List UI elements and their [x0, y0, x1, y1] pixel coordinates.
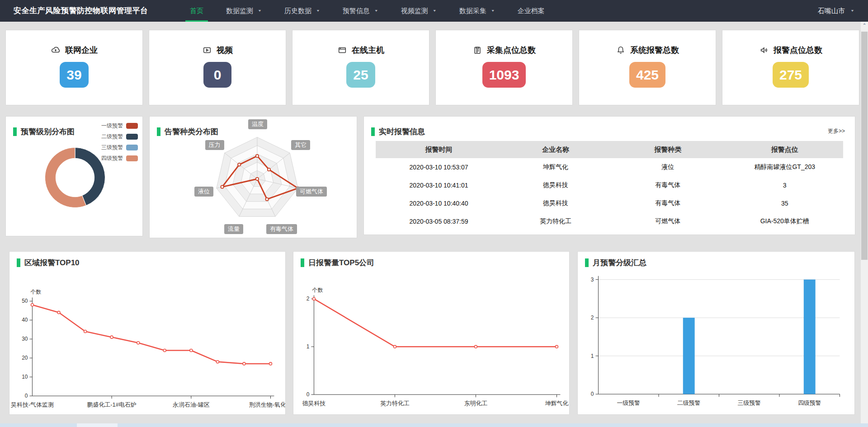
stat-card-alarm-points: 报警点位总数 275 [722, 30, 859, 105]
svg-text:三级预警: 三级预警 [737, 399, 761, 406]
cloud-upload-icon [51, 45, 61, 55]
svg-text:个数: 个数 [30, 289, 41, 295]
more-link[interactable]: 更多>> [828, 127, 845, 135]
alarm-table: 报警时间 企业名称 报警种类 报警点位 2020-03-10 10:53:07坤… [376, 141, 843, 230]
svg-text:1: 1 [307, 343, 310, 350]
svg-text:荆洪生物-氧化反: 荆洪生物-氧化反 [249, 401, 285, 408]
stat-card-connected-enterprises: 联网企业 39 [5, 30, 143, 105]
nav-item-home[interactable]: 首页 [190, 0, 203, 22]
stat-card-collect-points: 采集点位总数 1093 [435, 30, 573, 105]
nav-item-data-collect[interactable]: 数据采集▼ [459, 0, 495, 22]
svg-text:50: 50 [22, 298, 28, 304]
scroll-up-icon[interactable]: ⌃ [861, 23, 868, 28]
chevron-down-icon: ▼ [258, 9, 262, 13]
nav-item-data-monitor[interactable]: 数据监测▼ [226, 0, 262, 22]
nav-item-history-data[interactable]: 历史数据▼ [284, 0, 320, 22]
svg-text:东明化工: 东明化工 [464, 400, 488, 407]
bell-icon [616, 45, 626, 55]
svg-text:二级预警: 二级预警 [677, 399, 701, 406]
radar-axis-label: 液位 [194, 187, 213, 197]
daily-alarm-top5-chart: 012个数德昊科技英力特化工东明化工坤辉气化 [293, 252, 569, 414]
svg-text:一级预警: 一级预警 [617, 399, 640, 406]
svg-text:德昊科技: 德昊科技 [302, 400, 326, 407]
chevron-down-icon: ▼ [316, 9, 320, 13]
table-header-row: 报警时间 企业名称 报警种类 报警点位 [376, 141, 843, 158]
svg-text:3: 3 [591, 277, 594, 283]
stat-card-video: 视频 0 [149, 30, 286, 105]
stat-value-badge: 25 [346, 62, 375, 88]
table-row: 2020-03-10 10:40:40德昊科技有毒气体35 [376, 194, 843, 212]
clipboard-icon [472, 45, 482, 55]
svg-text:2: 2 [591, 314, 594, 321]
table-row: 2020-03-05 08:37:59英力特化工可燃气体GIA-520单体贮槽 [376, 212, 843, 230]
region-selector[interactable]: 石嘴山市 ▼ [818, 0, 854, 22]
table-row: 2020-03-10 10:53:07坤辉气化液位精醇南罐液位GT_203 [376, 158, 843, 176]
stat-label: 视频 [217, 45, 233, 56]
nav-item-enterprise-archive[interactable]: 企业档案 [518, 0, 545, 22]
radar-axis-label: 流量 [224, 224, 243, 234]
radar-axis-label: 可燃气体 [296, 187, 327, 197]
svg-text:0: 0 [307, 391, 310, 398]
svg-text:10: 10 [22, 374, 28, 380]
nav-menu: 首页 数据监测▼ 历史数据▼ 预警信息▼ 视频监测▼ 数据采集▼ 企业档案 [190, 0, 545, 22]
stat-value-badge: 1093 [482, 62, 526, 88]
radar-axis-label: 压力 [205, 140, 224, 150]
svg-text:永润石油-罐区: 永润石油-罐区 [173, 401, 210, 408]
daily-alarm-top5-panel: 日报警量TOP5公司 012个数德昊科技英力特化工东明化工坤辉气化 [293, 251, 570, 415]
stat-value-badge: 425 [629, 62, 665, 88]
svg-text:0: 0 [591, 391, 594, 397]
dashboard-root: 安全生产风险预警防控物联网管理平台 首页 数据监测▼ 历史数据▼ 预警信息▼ 视… [0, 0, 868, 427]
app-title: 安全生产风险预警防控物联网管理平台 [14, 0, 148, 22]
alarm-type-radar-chart [150, 117, 357, 238]
svg-text:个数: 个数 [311, 287, 323, 293]
stat-label: 在线主机 [352, 45, 384, 56]
stat-value-badge: 275 [773, 62, 809, 88]
chevron-down-icon: ▼ [374, 9, 378, 13]
taskbar-edge [0, 423, 868, 427]
svg-text:四级预警: 四级预警 [798, 399, 821, 406]
taskbar-segment [77, 423, 118, 427]
radar-axis-label: 其它 [291, 140, 310, 150]
nav-item-warning-info[interactable]: 预警信息▼ [343, 0, 378, 22]
svg-text:1: 1 [591, 353, 594, 359]
region-alarm-top10-chart: 01020304050个数昊科技-气体监测鹏盛化工-1#电石炉永润石油-罐区荆洪… [9, 252, 285, 414]
stat-label: 采集点位总数 [487, 45, 536, 56]
scrollbar-thumb[interactable] [861, 32, 868, 260]
speaker-icon [759, 45, 769, 55]
video-icon [202, 45, 212, 55]
realtime-alarm-panel: 实时报警信息 更多>> 报警时间 企业名称 报警种类 报警点位 2020-03-… [363, 116, 855, 235]
monthly-warning-bar-chart: 0123一级预警二级预警三级预警四级预警 [578, 252, 854, 414]
alarm-type-panel: 告警种类分布图 温度其它可燃气体有毒气体流量液位压力 [149, 116, 357, 238]
warning-level-donut-chart [6, 117, 142, 236]
stat-value-badge: 39 [60, 62, 88, 88]
stat-label: 报警点位总数 [774, 45, 822, 56]
svg-text:40: 40 [22, 317, 28, 323]
top-nav: 安全生产风险预警防控物联网管理平台 首页 数据监测▼ 历史数据▼ 预警信息▼ 视… [0, 0, 868, 22]
monthly-warning-panel: 月预警分级汇总 0123一级预警二级预警三级预警四级预警 [577, 251, 855, 415]
radar-axis-label: 有毒气体 [266, 224, 297, 234]
chevron-down-icon: ▼ [850, 9, 854, 13]
panel-title: 实时报警信息 [371, 127, 855, 137]
radar-axis-label: 温度 [248, 119, 267, 129]
svg-text:鹏盛化工-1#电石炉: 鹏盛化工-1#电石炉 [87, 401, 137, 408]
nav-item-video-monitor[interactable]: 视频监测▼ [401, 0, 437, 22]
svg-text:20: 20 [22, 355, 28, 361]
monitor-icon [337, 45, 347, 55]
stat-card-online-hosts: 在线主机 25 [292, 30, 429, 105]
stat-label: 联网企业 [65, 45, 98, 56]
chevron-down-icon: ▼ [433, 9, 437, 13]
vertical-scrollbar[interactable]: ⌃ [861, 22, 868, 427]
svg-text:30: 30 [22, 336, 28, 342]
svg-text:英力特化工: 英力特化工 [380, 400, 410, 407]
svg-text:坤辉气化: 坤辉气化 [545, 400, 569, 407]
region-alarm-top10-panel: 区域报警TOP10 01020304050个数昊科技-气体监测鹏盛化工-1#电石… [9, 251, 286, 415]
svg-text:0: 0 [25, 393, 28, 399]
stat-value-badge: 0 [203, 62, 231, 88]
table-row: 2020-03-10 10:41:01德昊科技有毒气体3 [376, 176, 843, 194]
stat-label: 系统报警总数 [630, 45, 679, 56]
title-bar-icon [371, 127, 375, 136]
warning-level-panel: 预警级别分布图 一级预警 二级预警 三级预警 四级预警 [5, 116, 143, 236]
svg-text:昊科技-气体监测: 昊科技-气体监测 [11, 401, 54, 408]
chevron-down-icon: ▼ [491, 9, 495, 13]
stat-card-system-alarms: 系统报警总数 425 [579, 30, 716, 105]
